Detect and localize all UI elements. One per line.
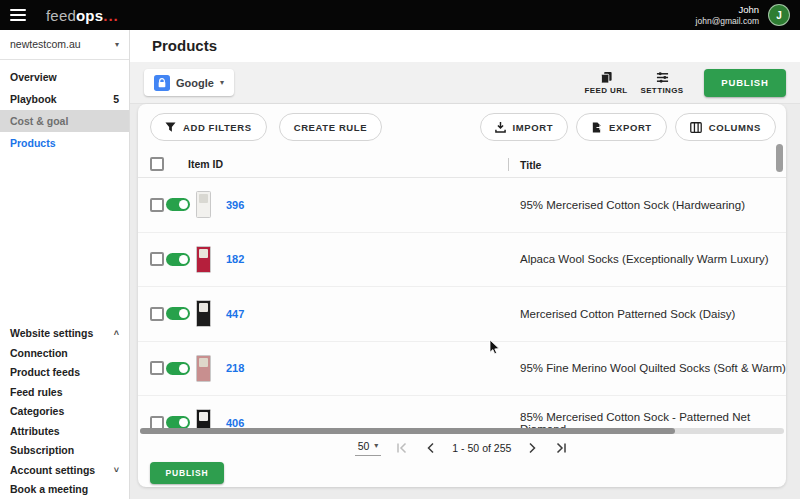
sidebar-item-label: Feed rules [10, 386, 63, 398]
page-title: Products [130, 30, 800, 62]
import-button[interactable]: IMPORT [480, 113, 569, 141]
column-resize-handle[interactable] [508, 158, 509, 171]
vertical-scrollbar-thumb[interactable] [776, 144, 783, 172]
add-filters-label: ADD FILTERS [183, 122, 252, 133]
sidebar-item[interactable]: Playbook 5 [0, 88, 129, 110]
feed-url-label: FEED URL [584, 86, 627, 95]
item-id-link[interactable]: 447 [226, 308, 520, 320]
export-button[interactable]: EXPORT [576, 113, 667, 141]
row-checkbox[interactable] [150, 307, 164, 321]
card-footer: PUBLISH [138, 461, 786, 484]
account-picker[interactable]: newtestcom.au ▾ [0, 30, 129, 60]
sidebar-item[interactable]: Products [0, 132, 129, 154]
feed-url-button[interactable]: FEED URL [578, 71, 634, 95]
product-thumbnail-label [199, 303, 208, 312]
sidebar-item[interactable]: Account settings ˅ [0, 460, 129, 480]
item-id-link[interactable]: 406 [226, 417, 520, 428]
chevron-down-icon: ▾ [115, 40, 119, 49]
sidebar-item[interactable]: Overview [0, 66, 129, 88]
account-name: newtestcom.au [10, 38, 81, 50]
row-enabled-toggle[interactable] [166, 416, 190, 428]
sidebar-item[interactable]: Cost & goal [0, 110, 129, 132]
table-actions: ADD FILTERS CREATE RULE IMPORT EXPORT [138, 104, 786, 141]
product-title: 85% Mercerised Cotton Sock - Patterned N… [520, 411, 786, 428]
user-email: john@gmail.com [696, 16, 759, 27]
import-icon [495, 122, 506, 133]
sidebar-item[interactable]: Categories [0, 402, 129, 422]
sidebar-item[interactable]: Feed rules [0, 382, 129, 402]
table-header: Item ID Title [138, 151, 786, 178]
row-enabled-toggle[interactable] [166, 253, 190, 266]
item-id-link[interactable]: 218 [226, 362, 520, 374]
item-id-link[interactable]: 182 [226, 253, 520, 265]
table-row: 406 85% Mercerised Cotton Sock - Pattern… [138, 396, 786, 428]
columns-label: COLUMNS [709, 122, 761, 133]
first-page-button[interactable] [394, 440, 410, 456]
product-thumbnail [196, 409, 211, 428]
tune-settings-icon [656, 71, 669, 84]
sidebar-item[interactable]: Product feeds [0, 363, 129, 383]
product-title: 95% Mercerised Cotton Sock (Hardwearing) [520, 199, 786, 211]
sidebar-item[interactable]: Book a meeting [0, 480, 129, 499]
row-checkbox[interactable] [150, 416, 164, 428]
product-thumbnail-label [199, 194, 208, 203]
sidebar-item[interactable]: Website settings ˄ [0, 324, 129, 344]
app-window: feedops... John john@gmail.com J newtest… [0, 0, 800, 499]
row-enabled-toggle[interactable] [166, 307, 190, 320]
export-icon [591, 122, 602, 133]
previous-page-button[interactable] [423, 440, 439, 456]
product-rows: 396 95% Mercerised Cotton Sock (Hardwear… [138, 178, 786, 428]
product-thumbnail [196, 300, 211, 327]
product-thumbnail [196, 191, 211, 218]
chevron-right-icon [526, 442, 538, 454]
horizontal-scrollbar [140, 428, 784, 434]
next-page-button[interactable] [524, 440, 540, 456]
horizontal-scrollbar-thumb[interactable] [140, 428, 675, 434]
sidebar-item-label: Attributes [10, 425, 60, 437]
topbar: feedops... John john@gmail.com J [0, 0, 800, 30]
columns-button[interactable]: COLUMNS [675, 113, 776, 141]
logo-text-ops: ops [76, 7, 103, 24]
sidebar-item-label: Account settings [10, 464, 95, 476]
page-range-label: 1 - 50 of 255 [452, 442, 511, 454]
sidebar-item-label: Website settings [10, 327, 93, 339]
sidebar-item-label: Cost & goal [10, 115, 68, 127]
logo-text-feed: feed [46, 7, 76, 24]
row-checkbox[interactable] [150, 252, 164, 266]
channel-selector[interactable]: Google ▾ [144, 69, 234, 96]
logo-dots: ... [103, 7, 119, 24]
publish-button-bottom[interactable]: PUBLISH [150, 462, 224, 484]
page-size-select[interactable]: 50 ▾ [355, 440, 382, 456]
row-checkbox[interactable] [150, 198, 164, 212]
product-thumbnail [196, 246, 211, 273]
avatar[interactable]: J [768, 4, 790, 26]
sidebar-item-label: Categories [10, 405, 64, 417]
row-checkbox[interactable] [150, 361, 164, 375]
sidebar-item-label: Product feeds [10, 366, 80, 378]
channel-label: Google [176, 77, 214, 89]
sidebar-item-label: Playbook [10, 93, 57, 105]
google-shopping-icon [154, 75, 170, 91]
last-page-button[interactable] [553, 440, 569, 456]
sidebar-nav-primary: Overview Playbook 5 Cost & goal Products [0, 60, 129, 154]
settings-button[interactable]: SETTINGS [634, 71, 690, 95]
sidebar-item[interactable]: Subscription [0, 441, 129, 461]
section-caret-icon: ˄ [114, 328, 119, 338]
create-rule-button[interactable]: CREATE RULE [279, 113, 382, 141]
hamburger-menu-icon[interactable] [10, 9, 26, 21]
sidebar-item[interactable]: Attributes [0, 421, 129, 441]
chevron-down-icon: ▾ [374, 441, 378, 450]
select-all-checkbox[interactable] [150, 157, 164, 171]
product-title: Alpaca Wool Socks (Exceptionally Warm Lu… [520, 253, 786, 265]
import-label: IMPORT [513, 122, 554, 133]
row-enabled-toggle[interactable] [166, 198, 190, 211]
item-id-link[interactable]: 396 [226, 199, 520, 211]
publish-button[interactable]: PUBLISH [704, 69, 786, 97]
row-enabled-toggle[interactable] [166, 362, 190, 375]
sidebar-item-label: Book a meeting [10, 483, 88, 495]
add-filters-button[interactable]: ADD FILTERS [150, 113, 267, 141]
product-thumbnail-label [199, 412, 208, 421]
app-logo: feedops... [46, 7, 119, 24]
sidebar-item[interactable]: Connection [0, 343, 129, 363]
product-title: Mercerised Cotton Patterned Sock (Daisy) [520, 308, 786, 320]
